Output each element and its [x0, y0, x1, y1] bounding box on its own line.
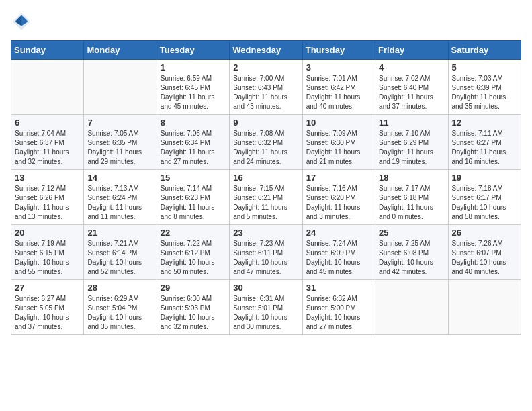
calendar-cell: 26Sunrise: 7:26 AM Sunset: 6:07 PM Dayli… [448, 225, 521, 280]
day-number: 11 [379, 118, 444, 128]
day-number: 31 [306, 283, 371, 293]
calendar-cell [11, 60, 84, 115]
calendar-cell: 14Sunrise: 7:13 AM Sunset: 6:24 PM Dayli… [84, 170, 157, 225]
header-tuesday: Tuesday [157, 41, 229, 60]
calendar-cell: 27Sunrise: 6:27 AM Sunset: 5:05 PM Dayli… [11, 280, 84, 335]
calendar-cell: 28Sunrise: 6:29 AM Sunset: 5:04 PM Dayli… [84, 280, 157, 335]
day-info: Sunrise: 6:29 AM Sunset: 5:04 PM Dayligh… [87, 294, 152, 332]
calendar-cell: 16Sunrise: 7:15 AM Sunset: 6:21 PM Dayli… [230, 170, 302, 225]
day-info: Sunrise: 7:15 AM Sunset: 6:21 PM Dayligh… [233, 184, 298, 222]
day-number: 27 [15, 283, 80, 293]
calendar-cell [375, 280, 448, 335]
day-info: Sunrise: 7:23 AM Sunset: 6:11 PM Dayligh… [233, 239, 298, 277]
calendar-cell: 29Sunrise: 6:30 AM Sunset: 5:03 PM Dayli… [157, 280, 229, 335]
calendar-cell [84, 60, 157, 115]
day-number: 1 [161, 62, 226, 73]
day-info: Sunrise: 7:14 AM Sunset: 6:23 PM Dayligh… [161, 184, 226, 222]
header-monday: Monday [84, 41, 157, 60]
day-number: 28 [87, 283, 152, 293]
calendar-cell: 6Sunrise: 7:04 AM Sunset: 6:37 PM Daylig… [11, 115, 84, 170]
day-info: Sunrise: 7:19 AM Sunset: 6:15 PM Dayligh… [15, 239, 80, 277]
calendar-week-row: 1Sunrise: 6:59 AM Sunset: 6:45 PM Daylig… [11, 60, 521, 115]
calendar-cell [448, 280, 521, 335]
calendar-cell: 2Sunrise: 7:00 AM Sunset: 6:43 PM Daylig… [230, 60, 302, 115]
calendar-week-row: 20Sunrise: 7:19 AM Sunset: 6:15 PM Dayli… [11, 225, 521, 280]
day-info: Sunrise: 7:26 AM Sunset: 6:07 PM Dayligh… [452, 239, 517, 277]
calendar-header-row: SundayMondayTuesdayWednesdayThursdayFrid… [11, 41, 521, 60]
calendar-cell: 23Sunrise: 7:23 AM Sunset: 6:11 PM Dayli… [230, 225, 302, 280]
calendar-cell: 19Sunrise: 7:18 AM Sunset: 6:17 PM Dayli… [448, 170, 521, 225]
calendar-cell: 3Sunrise: 7:01 AM Sunset: 6:42 PM Daylig… [302, 60, 375, 115]
calendar-cell: 17Sunrise: 7:16 AM Sunset: 6:20 PM Dayli… [302, 170, 375, 225]
header-friday: Friday [375, 41, 448, 60]
day-number: 5 [452, 62, 517, 73]
day-number: 30 [233, 283, 298, 293]
day-info: Sunrise: 7:21 AM Sunset: 6:14 PM Dayligh… [87, 239, 152, 277]
calendar-cell: 4Sunrise: 7:02 AM Sunset: 6:40 PM Daylig… [375, 60, 448, 115]
day-info: Sunrise: 7:06 AM Sunset: 6:34 PM Dayligh… [161, 129, 226, 167]
day-number: 8 [161, 118, 226, 128]
calendar-cell: 13Sunrise: 7:12 AM Sunset: 6:26 PM Dayli… [11, 170, 84, 225]
day-number: 10 [306, 118, 371, 128]
day-info: Sunrise: 6:31 AM Sunset: 5:01 PM Dayligh… [233, 294, 298, 332]
day-number: 12 [452, 118, 517, 128]
calendar-cell: 10Sunrise: 7:09 AM Sunset: 6:30 PM Dayli… [302, 115, 375, 170]
day-number: 7 [87, 118, 152, 128]
calendar-week-row: 6Sunrise: 7:04 AM Sunset: 6:37 PM Daylig… [11, 115, 521, 170]
day-number: 17 [306, 173, 371, 183]
day-info: Sunrise: 7:13 AM Sunset: 6:24 PM Dayligh… [87, 184, 152, 222]
logo [11, 11, 35, 32]
calendar-cell: 15Sunrise: 7:14 AM Sunset: 6:23 PM Dayli… [157, 170, 229, 225]
calendar-week-row: 13Sunrise: 7:12 AM Sunset: 6:26 PM Dayli… [11, 170, 521, 225]
day-number: 22 [161, 228, 226, 238]
calendar-cell: 11Sunrise: 7:10 AM Sunset: 6:29 PM Dayli… [375, 115, 448, 170]
day-info: Sunrise: 7:03 AM Sunset: 6:39 PM Dayligh… [452, 74, 517, 111]
calendar-cell: 1Sunrise: 6:59 AM Sunset: 6:45 PM Daylig… [157, 60, 229, 115]
header-thursday: Thursday [302, 41, 375, 60]
day-info: Sunrise: 6:30 AM Sunset: 5:03 PM Dayligh… [161, 294, 226, 332]
day-number: 21 [87, 228, 152, 238]
day-info: Sunrise: 7:05 AM Sunset: 6:35 PM Dayligh… [87, 129, 152, 167]
day-number: 14 [87, 173, 152, 183]
calendar-cell: 18Sunrise: 7:17 AM Sunset: 6:18 PM Dayli… [375, 170, 448, 225]
calendar-cell: 7Sunrise: 7:05 AM Sunset: 6:35 PM Daylig… [84, 115, 157, 170]
logo-icon [11, 11, 32, 32]
day-number: 26 [452, 228, 517, 238]
day-number: 25 [379, 228, 444, 238]
calendar-cell: 5Sunrise: 7:03 AM Sunset: 6:39 PM Daylig… [448, 60, 521, 115]
header-wednesday: Wednesday [230, 41, 302, 60]
day-number: 15 [161, 173, 226, 183]
calendar-week-row: 27Sunrise: 6:27 AM Sunset: 5:05 PM Dayli… [11, 280, 521, 335]
day-info: Sunrise: 7:11 AM Sunset: 6:27 PM Dayligh… [452, 129, 517, 167]
day-number: 19 [452, 173, 517, 183]
day-info: Sunrise: 7:24 AM Sunset: 6:09 PM Dayligh… [306, 239, 371, 277]
day-info: Sunrise: 7:10 AM Sunset: 6:29 PM Dayligh… [379, 129, 444, 167]
header-saturday: Saturday [448, 41, 521, 60]
calendar-cell: 25Sunrise: 7:25 AM Sunset: 6:08 PM Dayli… [375, 225, 448, 280]
day-info: Sunrise: 7:01 AM Sunset: 6:42 PM Dayligh… [306, 74, 371, 111]
calendar-cell: 20Sunrise: 7:19 AM Sunset: 6:15 PM Dayli… [11, 225, 84, 280]
calendar-cell: 31Sunrise: 6:32 AM Sunset: 5:00 PM Dayli… [302, 280, 375, 335]
calendar-cell: 30Sunrise: 6:31 AM Sunset: 5:01 PM Dayli… [230, 280, 302, 335]
calendar-cell: 8Sunrise: 7:06 AM Sunset: 6:34 PM Daylig… [157, 115, 229, 170]
day-number: 3 [306, 62, 371, 73]
day-number: 20 [15, 228, 80, 238]
day-info: Sunrise: 7:04 AM Sunset: 6:37 PM Dayligh… [15, 129, 80, 167]
day-info: Sunrise: 7:22 AM Sunset: 6:12 PM Dayligh… [161, 239, 226, 277]
day-number: 4 [379, 62, 444, 73]
day-number: 29 [161, 283, 226, 293]
day-info: Sunrise: 7:02 AM Sunset: 6:40 PM Dayligh… [379, 74, 444, 111]
calendar-cell: 12Sunrise: 7:11 AM Sunset: 6:27 PM Dayli… [448, 115, 521, 170]
day-info: Sunrise: 7:18 AM Sunset: 6:17 PM Dayligh… [452, 184, 517, 222]
calendar-cell: 24Sunrise: 7:24 AM Sunset: 6:09 PM Dayli… [302, 225, 375, 280]
day-number: 2 [233, 62, 298, 73]
day-info: Sunrise: 7:16 AM Sunset: 6:20 PM Dayligh… [306, 184, 371, 222]
day-info: Sunrise: 6:27 AM Sunset: 5:05 PM Dayligh… [15, 294, 80, 332]
calendar-cell: 22Sunrise: 7:22 AM Sunset: 6:12 PM Dayli… [157, 225, 229, 280]
day-number: 18 [379, 173, 444, 183]
day-info: Sunrise: 6:59 AM Sunset: 6:45 PM Dayligh… [161, 74, 226, 111]
day-info: Sunrise: 7:08 AM Sunset: 6:32 PM Dayligh… [233, 129, 298, 167]
day-info: Sunrise: 7:25 AM Sunset: 6:08 PM Dayligh… [379, 239, 444, 277]
page-header [11, 11, 521, 32]
day-number: 24 [306, 228, 371, 238]
